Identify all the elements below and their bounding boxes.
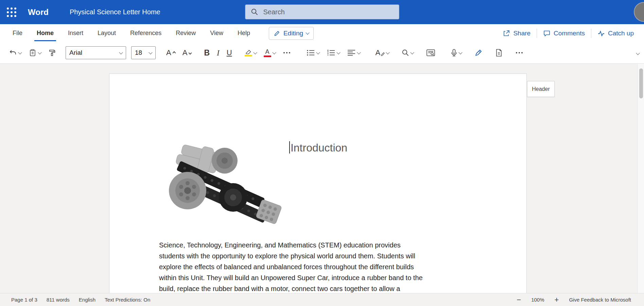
alignment-button[interactable] (345, 47, 362, 58)
chevron-down-icon (18, 50, 22, 54)
app-launcher-icon (7, 7, 16, 17)
chevron-down-icon (253, 50, 257, 54)
page-magnifier-icon (426, 49, 435, 57)
app-launcher-button[interactable] (5, 5, 18, 19)
dictate-button[interactable] (449, 47, 464, 59)
header-button-label: Header (532, 86, 550, 92)
ellipsis-icon (283, 52, 291, 54)
editor-button[interactable] (472, 47, 485, 59)
word-count[interactable]: 811 words (47, 297, 70, 303)
font-name-value: Arial (69, 49, 82, 57)
chevron-down-icon (306, 31, 309, 34)
chevron-down-icon (316, 50, 320, 54)
underline-icon: U (227, 49, 232, 57)
font-color-icon: A (264, 49, 271, 57)
catch-up-label: Catch up (608, 30, 634, 37)
format-painter-icon (48, 49, 56, 57)
catch-up-button[interactable]: Catch up (591, 30, 640, 37)
feedback-link[interactable]: Give Feedback to Microsoft (569, 297, 631, 303)
comments-button[interactable]: Comments (537, 30, 591, 37)
comment-bubble-icon (543, 30, 551, 37)
highlighter-icon (245, 49, 252, 57)
magnifier-icon (402, 49, 409, 57)
styles-button[interactable]: A (373, 47, 391, 58)
tab-layout[interactable]: Layout (90, 24, 123, 42)
statusbar-right: − 100% + Give Feedback to Microsoft (517, 296, 631, 304)
more-font-options-button[interactable] (281, 50, 293, 55)
document-icon (495, 49, 503, 57)
page[interactable]: Introduction Science, Technology, Engine… (109, 74, 527, 293)
titlebar: Word Physical Science Letter Home (0, 0, 644, 24)
chevron-down-icon (336, 50, 340, 54)
text-highlight-button[interactable] (243, 47, 259, 58)
activity-pulse-icon (597, 30, 605, 37)
chevron-down-icon (119, 50, 123, 54)
caret-up-icon (172, 51, 176, 55)
comments-label: Comments (554, 30, 585, 37)
font-size-select[interactable]: 18 (131, 46, 156, 59)
ribbon-right-actions: Share Comments Catch up (497, 24, 644, 42)
tab-review[interactable]: Review (169, 24, 203, 42)
reuse-files-button[interactable] (493, 47, 505, 59)
shrink-font-icon: A (182, 49, 188, 57)
zoom-in-button[interactable]: + (555, 296, 559, 304)
grow-font-button[interactable]: A (164, 47, 177, 58)
clipboard-icon (29, 49, 37, 57)
vertical-scrollbar[interactable] (638, 64, 644, 293)
align-lines-icon (347, 49, 356, 57)
shrink-font-button[interactable]: A (180, 47, 194, 58)
tab-file[interactable]: File (5, 24, 30, 42)
chevron-down-icon (149, 50, 152, 54)
format-painter-button[interactable] (46, 47, 58, 58)
app-name[interactable]: Word (28, 7, 49, 17)
chevron-down-icon (411, 50, 414, 54)
page-indicator[interactable]: Page 1 of 3 (11, 297, 37, 303)
body-paragraph[interactable]: Science, Technology, Engineering, and Ma… (159, 240, 482, 293)
tab-view[interactable]: View (203, 24, 230, 42)
chevron-down-icon (272, 50, 276, 54)
chevron-down-icon (357, 50, 361, 54)
document-canvas: Introduction Science, Technology, Engine… (0, 64, 644, 293)
bold-icon: B (204, 49, 210, 57)
bulleted-list-icon (306, 49, 315, 57)
account-avatar[interactable] (634, 2, 644, 22)
share-button[interactable]: Share (497, 30, 537, 37)
tab-references[interactable]: References (123, 24, 169, 42)
bold-button[interactable]: B (202, 47, 212, 59)
grow-font-icon: A (166, 49, 171, 57)
text-predictions-toggle[interactable]: Text Predictions: On (105, 297, 150, 303)
font-color-button[interactable]: A (262, 47, 278, 59)
language-indicator[interactable]: English (79, 297, 95, 303)
search-box[interactable] (245, 4, 399, 19)
styles-icon: A (376, 49, 385, 57)
header-button[interactable]: Header (527, 81, 555, 97)
zoom-out-button[interactable]: − (517, 296, 521, 304)
undo-icon (9, 49, 17, 57)
tab-help[interactable]: Help (230, 24, 257, 42)
immersive-reader-button[interactable] (424, 47, 437, 59)
search-input[interactable] (263, 8, 394, 16)
home-toolbar: Arial 18 A A B I U A (0, 42, 644, 64)
numbering-button[interactable] (325, 47, 342, 58)
paste-button[interactable] (27, 47, 43, 59)
find-button[interactable] (400, 47, 416, 58)
undo-button[interactable] (7, 47, 23, 59)
zoom-level[interactable]: 100% (531, 297, 544, 303)
font-size-value: 18 (135, 49, 142, 57)
italic-icon: I (217, 49, 220, 57)
editing-mode-label: Editing (283, 30, 303, 37)
document-title[interactable]: Physical Science Letter Home (70, 8, 160, 16)
tab-insert[interactable]: Insert (61, 24, 90, 42)
collapse-ribbon-button[interactable] (634, 48, 641, 58)
italic-button[interactable]: I (215, 47, 222, 59)
tab-home[interactable]: Home (30, 24, 61, 42)
more-commands-button[interactable] (513, 50, 525, 55)
editing-mode-dropdown[interactable]: Editing (269, 27, 314, 40)
heading-introduction[interactable]: Introduction (159, 141, 477, 154)
scrollbar-thumb[interactable] (639, 68, 643, 98)
caret-down-icon (189, 51, 192, 55)
bullets-button[interactable] (304, 47, 321, 58)
search-icon (251, 8, 258, 16)
font-name-select[interactable]: Arial (66, 46, 126, 59)
underline-button[interactable]: U (225, 47, 234, 58)
